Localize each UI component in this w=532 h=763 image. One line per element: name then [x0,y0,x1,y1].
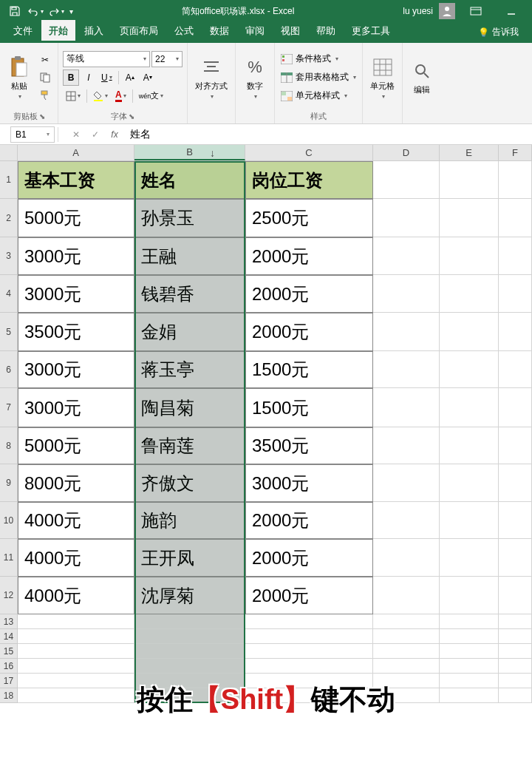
column-header-B[interactable]: B↓ [134,145,245,160]
column-header-F[interactable]: F [499,145,532,160]
dialog-launcher-icon[interactable]: ⬊ [129,112,134,121]
row-header[interactable]: 17 [0,674,18,688]
cell[interactable] [440,275,499,313]
cell[interactable]: 2000元 [245,502,373,539]
cell[interactable]: 岗位工资 [245,161,373,199]
cell[interactable]: 1500元 [245,351,373,388]
row-header[interactable]: 18 [0,688,18,703]
cell[interactable] [499,614,532,629]
cell[interactable] [440,674,499,688]
cell[interactable]: 钱碧香 [134,275,245,313]
cell[interactable] [499,539,532,577]
row-header[interactable]: 2 [0,199,18,237]
tab-视图[interactable]: 视图 [273,20,307,43]
cell[interactable] [134,614,245,629]
cell[interactable] [440,644,499,659]
cell[interactable]: 2000元 [245,275,373,313]
cell[interactable]: 蒋玉亭 [134,351,245,388]
format-painter-icon[interactable] [37,87,53,104]
row-header[interactable]: 6 [0,351,18,388]
cell[interactable] [18,674,134,688]
conditional-format-button[interactable]: 条件格式▾ [281,52,356,67]
bold-button[interactable]: B [63,69,79,86]
cell[interactable] [499,502,532,539]
cell[interactable] [440,237,499,275]
cell[interactable] [440,388,499,427]
row-header[interactable]: 14 [0,629,18,644]
cell[interactable] [499,161,532,199]
cell[interactable]: 陶昌菊 [134,388,245,427]
row-header[interactable]: 9 [0,464,18,502]
fill-color-button[interactable]: ▾ [90,88,111,104]
cell[interactable] [134,659,245,674]
cell[interactable] [440,464,499,502]
tab-文件[interactable]: 文件 [6,20,40,43]
tab-页面布局[interactable]: 页面布局 [112,20,166,43]
tab-公式[interactable]: 公式 [167,20,201,43]
cell[interactable] [18,644,134,659]
cell[interactable] [373,502,440,539]
cell[interactable] [440,502,499,539]
cell[interactable]: 3000元 [18,237,134,275]
cell[interactable] [440,313,499,351]
tab-数据[interactable]: 数据 [202,20,236,43]
row-header[interactable]: 13 [0,614,18,629]
row-header[interactable]: 3 [0,237,18,275]
cell[interactable] [499,464,532,502]
fx-icon[interactable]: fx [105,126,124,143]
cell[interactable] [373,629,440,644]
borders-button[interactable]: ▾ [63,88,83,104]
cell[interactable] [18,688,134,703]
column-header-C[interactable]: C [245,145,373,160]
cell[interactable] [373,614,440,629]
minimize-icon[interactable] [497,1,526,21]
cell[interactable] [373,388,440,427]
font-size-select[interactable]: 22▾ [151,51,183,67]
cell[interactable]: 5000元 [18,199,134,237]
cell[interactable]: 3000元 [18,351,134,388]
cell[interactable] [373,577,440,614]
redo-icon[interactable]: ▾ [47,2,65,20]
cell[interactable] [373,464,440,502]
cell[interactable]: 3000元 [18,388,134,427]
tab-开始[interactable]: 开始 [41,20,75,43]
cell[interactable]: 3500元 [245,427,373,464]
formula-input[interactable]: 姓名 [124,128,532,141]
cell[interactable] [499,577,532,614]
underline-button[interactable]: U▾ [98,69,115,86]
cell[interactable] [440,688,499,703]
column-header-D[interactable]: D [373,145,440,160]
cell[interactable] [499,275,532,313]
cell[interactable] [440,614,499,629]
cell[interactable] [440,351,499,388]
cell[interactable] [440,427,499,464]
tab-插入[interactable]: 插入 [77,20,111,43]
user-avatar-icon[interactable] [439,3,455,19]
grow-font-button[interactable]: A▴ [122,69,138,86]
cell[interactable] [18,629,134,644]
cell[interactable] [440,539,499,577]
cell[interactable] [440,659,499,674]
dialog-launcher-icon[interactable]: ⬊ [39,112,45,121]
cell[interactable]: 4000元 [18,502,134,539]
cell[interactable] [373,659,440,674]
cell[interactable] [373,313,440,351]
row-header[interactable]: 7 [0,388,18,427]
number-button[interactable]: % 数字 ▾ [240,54,270,101]
phonetic-button[interactable]: wén文▾ [136,88,167,104]
italic-button[interactable]: I [81,69,97,86]
cell[interactable] [499,199,532,237]
cell[interactable] [499,629,532,644]
cell[interactable]: 4000元 [18,577,134,614]
font-color-button[interactable]: A▾ [112,88,129,104]
edit-button[interactable]: 编辑 [407,58,437,97]
cell[interactable] [440,199,499,237]
cell[interactable] [373,275,440,313]
row-header[interactable]: 15 [0,644,18,659]
cell[interactable]: 3000元 [245,464,373,502]
cell[interactable] [499,659,532,674]
cell[interactable] [499,351,532,388]
tab-帮助[interactable]: 帮助 [309,20,343,43]
cell[interactable] [499,688,532,703]
column-header-E[interactable]: E [440,145,499,160]
